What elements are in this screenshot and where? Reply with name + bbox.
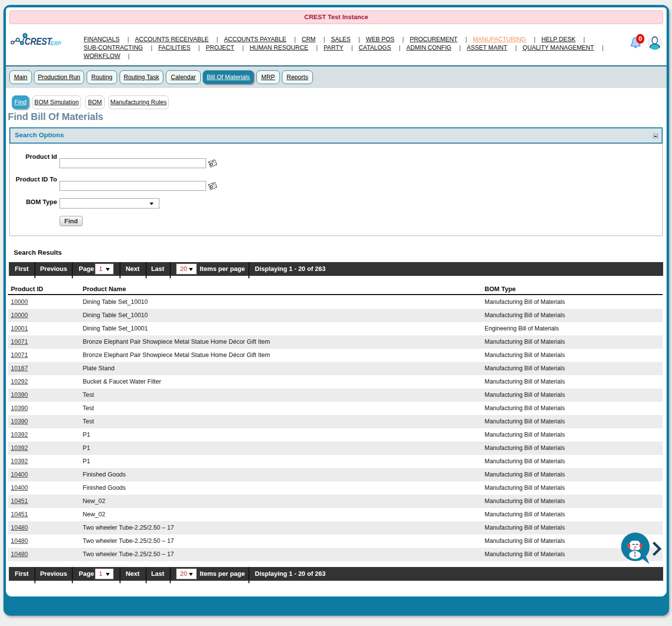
svg-text:ERP: ERP <box>51 41 61 46</box>
svg-text:CREST: CREST <box>25 36 53 47</box>
